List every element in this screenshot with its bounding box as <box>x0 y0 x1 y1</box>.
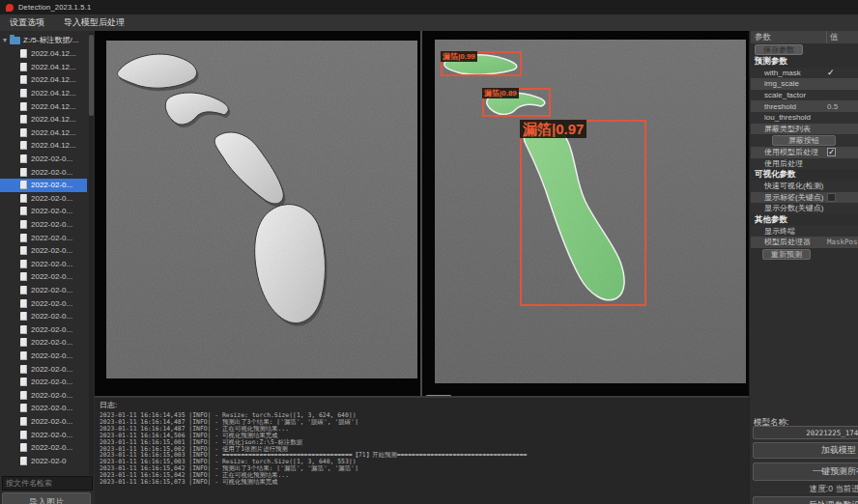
menu-settings[interactable]: 设置选项 <box>10 16 44 29</box>
file-list-item[interactable]: 2022-02-0... <box>0 441 87 455</box>
param-row-show-terminal[interactable]: 显示终端 <box>751 225 858 237</box>
file-list-item[interactable]: 2022-02-0... <box>0 205 87 218</box>
menu-import-model-postprocess[interactable]: 导入模型后处理 <box>64 16 125 29</box>
file-list-item[interactable]: 2022-02-0... <box>0 258 87 271</box>
section-other-params: 其他参数 <box>751 214 858 226</box>
file-icon <box>20 325 27 334</box>
file-list-item[interactable]: 2022.04.12... <box>0 47 87 61</box>
file-icon <box>20 63 27 71</box>
file-icon <box>20 457 27 465</box>
file-list-item[interactable]: 2022.04.12... <box>0 126 87 140</box>
file-list-item[interactable]: 2022-02-0... <box>0 428 87 441</box>
file-list-item[interactable]: 2022-02-0 <box>0 454 87 467</box>
file-list-item[interactable]: 2022.04.12... <box>0 139 87 153</box>
file-icon <box>20 299 27 308</box>
file-list-item[interactable]: 2022-02-0... <box>0 322 87 336</box>
menu-bar: 设置选项 导入模型后处理 <box>0 14 858 32</box>
file-list-item[interactable]: 2022-02-0... <box>0 231 87 244</box>
param-row-use-model-postprocess[interactable]: 使用模型后处理 ✓ <box>751 147 858 158</box>
param-row-with-mask[interactable]: with_mask ✓ <box>751 68 858 79</box>
log-panel[interactable]: 日志: 2023-01-11 16:16:14,435 |INFO| - Res… <box>95 396 749 504</box>
file-panel: ▾ Z:/5-标注数据/... 2022.04.12... 2022.04.12… <box>0 31 96 504</box>
file-list-item[interactable]: 2022.04.12... <box>0 113 87 126</box>
checkbox-checked-icon[interactable]: ✓ <box>827 148 836 156</box>
param-row-model-postprocessor[interactable]: 模型后处理器 MaskPostPro <box>751 237 858 248</box>
file-icon <box>20 102 27 111</box>
file-icon <box>20 338 27 347</box>
param-row-show-label[interactable]: 显示标签(关键点) <box>751 192 858 204</box>
file-icon <box>20 194 27 203</box>
viewer-vertical-splitter[interactable] <box>420 31 422 396</box>
file-icon <box>20 272 27 281</box>
model-postprocessor-value: MaskPostPro <box>827 238 858 246</box>
file-list-item[interactable]: 2022-02-0... <box>0 310 87 323</box>
file-icon <box>20 391 27 400</box>
file-list-item[interactable]: 2022.04.12... <box>0 61 87 74</box>
repredict-button[interactable]: 重新预测 <box>762 249 811 260</box>
log-line: 2023-01-11 16:16:15,073 |INFO| - 可视化预测结果… <box>100 479 749 486</box>
file-icon <box>20 443 27 452</box>
file-list-item[interactable]: 2022-02-0... <box>0 153 87 166</box>
import-images-button[interactable]: 导入图片 <box>2 492 91 504</box>
tree-root-label: Z:/5-标注数据/... <box>23 35 78 45</box>
model-name-field[interactable]: 20221225_174813 <box>753 426 858 439</box>
section-predict-params: 预测参数 <box>751 56 858 68</box>
param-row-mask-type-list[interactable]: 屏蔽类型列表 <box>751 124 858 135</box>
param-row-img-scale[interactable]: img_scale <box>751 78 858 90</box>
file-icon <box>20 220 27 229</box>
file-list-item[interactable]: 2022-02-0... <box>0 179 87 192</box>
load-model-button[interactable]: 加载模型 <box>753 442 858 459</box>
file-icon <box>20 351 27 360</box>
file-list-item[interactable]: 2022-02-0... <box>0 376 87 389</box>
file-list-item[interactable]: 2022-02-0... <box>0 284 87 297</box>
original-image-panel[interactable] <box>106 41 417 378</box>
file-list-item[interactable]: 2022.04.12... <box>0 87 87 100</box>
file-icon <box>20 128 27 137</box>
log-title: 日志: <box>100 400 749 410</box>
file-list-item[interactable]: 2022-02-0... <box>0 388 87 402</box>
file-icon <box>20 404 27 412</box>
predict-all-button[interactable]: 一键预测所有 <box>753 462 858 481</box>
file-list-item[interactable]: 2022-02-0... <box>0 350 87 363</box>
file-list-item[interactable]: 2022-02-0... <box>0 165 87 179</box>
params-panel: 参数 值 保存参数 预测参数 with_mask ✓ img_scale sca… <box>749 31 858 504</box>
scrollbar-thumb[interactable] <box>89 35 94 116</box>
file-list-item[interactable]: 2022-02-0... <box>0 218 87 232</box>
param-row-iou-threshold[interactable]: iou_threshold <box>751 112 858 124</box>
save-params-button[interactable]: 保存参数 <box>755 44 803 55</box>
file-icon <box>20 168 27 177</box>
file-icon <box>20 181 27 189</box>
file-list-item[interactable]: 2022.04.12... <box>0 99 87 113</box>
file-list-item[interactable]: 2022-02-0... <box>0 192 87 206</box>
file-icon <box>20 260 27 268</box>
file-list-item[interactable]: 2022-02-0... <box>0 244 87 258</box>
param-row-threshold[interactable]: threshold 0.5 <box>751 100 858 112</box>
param-row: 屏蔽按钮 <box>751 134 858 147</box>
file-list-item[interactable]: 2022-02-0... <box>0 270 87 284</box>
mask-button[interactable]: 屏蔽按钮 <box>772 135 836 146</box>
param-row-scale-factor[interactable]: scale_factor <box>751 90 858 101</box>
file-icon <box>20 154 27 163</box>
postprocess-settings-button[interactable]: 后处理参数设置 <box>753 496 858 504</box>
file-list-item[interactable]: 2022-02-0... <box>0 336 87 350</box>
param-row-show-score[interactable]: 显示分数(关键点) <box>751 203 858 214</box>
file-icon <box>20 89 27 98</box>
file-list-item[interactable]: 2022-02-0... <box>0 362 87 376</box>
file-icon <box>20 141 27 150</box>
param-row-use-postprocess[interactable]: 使用后处理 <box>751 158 858 170</box>
prediction-image-panel[interactable]: 漏箔|0.99 漏箔|0.89 漏箔|0.97 <box>435 40 746 383</box>
filename-search-input[interactable] <box>2 476 93 490</box>
file-list-scrollbar[interactable] <box>89 33 94 475</box>
file-list-item[interactable]: 2022-02-0... <box>0 402 87 415</box>
tree-root-folder[interactable]: ▾ Z:/5-标注数据/... <box>0 33 87 47</box>
file-icon <box>20 378 27 386</box>
checkbox-unchecked-icon[interactable] <box>827 193 836 202</box>
detection-app-window: Detection_2023.1.5.1 设置选项 导入模型后处理 ▾ Z:/5… <box>0 0 858 504</box>
file-list-item[interactable]: 2022-02-0... <box>0 296 87 310</box>
progress-text: 速度:0 当前进度 <box>753 484 858 495</box>
param-row-quick-visual[interactable]: 快速可视化(检测) <box>751 181 858 192</box>
detection-label: 漏箔|0.89 <box>482 88 519 98</box>
file-tree: ▾ Z:/5-标注数据/... 2022.04.12... 2022.04.12… <box>0 33 87 475</box>
file-list-item[interactable]: 2022-02-0... <box>0 415 87 429</box>
file-list-item[interactable]: 2022.04.12... <box>0 73 87 87</box>
